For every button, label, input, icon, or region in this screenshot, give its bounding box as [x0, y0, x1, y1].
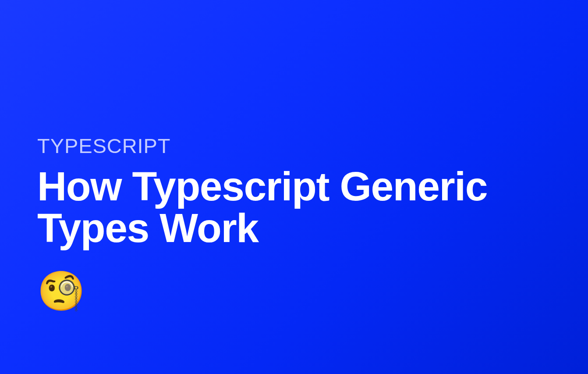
page-title: How Typescript Generic Types Work: [37, 166, 554, 249]
category-label: TYPESCRIPT: [37, 134, 554, 158]
monocle-emoji-icon: 🧐: [37, 272, 85, 310]
hero-content: TYPESCRIPT How Typescript Generic Types …: [37, 134, 554, 310]
